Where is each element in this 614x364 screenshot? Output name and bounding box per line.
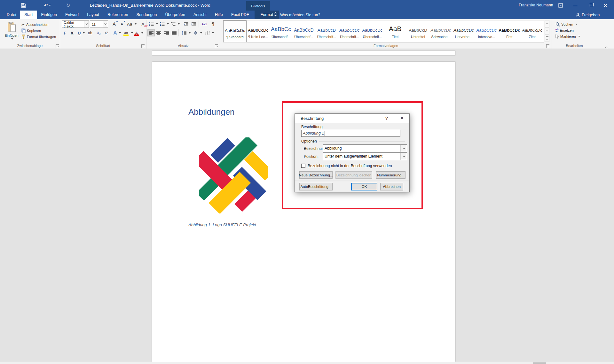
- cancel-button[interactable]: Abbrechen: [380, 183, 403, 190]
- tab-ansicht[interactable]: Ansicht: [189, 11, 211, 19]
- pilcrow-button[interactable]: ¶: [210, 20, 215, 27]
- redo-button[interactable]: ↻: [63, 0, 73, 11]
- save-button[interactable]: [19, 0, 28, 11]
- restore-button[interactable]: [585, 0, 596, 11]
- change-case-button[interactable]: Aa: [126, 20, 138, 27]
- ribbon-display-options-button[interactable]: [555, 0, 566, 11]
- borders-button[interactable]: [204, 29, 215, 36]
- text-effects-button[interactable]: A: [113, 29, 122, 36]
- grow-font-button[interactable]: A: [110, 20, 118, 27]
- style-item-Überschrif...[interactable]: AaBbCcDcÜberschrif...: [361, 20, 384, 42]
- style-item-Schwache...[interactable]: AaBbCcDcSchwache...: [429, 20, 452, 42]
- paste-button[interactable]: Einfügen: [3, 20, 20, 44]
- tab-foxit-pdf[interactable]: Foxit PDF: [227, 11, 253, 19]
- tab-referenzen[interactable]: Referenzen: [103, 11, 132, 19]
- style-item-Überschrif...[interactable]: AaBbCcDcÜberschrif...: [338, 20, 361, 42]
- italic-button[interactable]: K: [70, 29, 75, 36]
- numbering-button[interactable]: Nummerierung...: [376, 171, 405, 179]
- bold-button[interactable]: F: [63, 29, 67, 36]
- undo-button[interactable]: ↶: [41, 0, 54, 11]
- style-item-Fett[interactable]: AaBbCcDcFett: [498, 20, 521, 42]
- font-color-button[interactable]: A: [133, 29, 144, 36]
- styles-more-button[interactable]: [545, 35, 549, 42]
- lightbulb-icon: [273, 12, 278, 18]
- style-name: Überschrif...: [270, 35, 292, 39]
- dialog-title-bar[interactable]: Beschriftung: [295, 114, 409, 123]
- select-button[interactable]: Markieren: [555, 33, 581, 40]
- styles-scroll-down-button[interactable]: [545, 27, 549, 35]
- text-highlight-button[interactable]: ab: [122, 29, 134, 36]
- superscript-button[interactable]: X²: [104, 29, 109, 36]
- align-left-button[interactable]: [147, 29, 155, 36]
- paragraph-dialog-launcher[interactable]: [215, 44, 218, 48]
- restore-icon: [589, 4, 592, 7]
- tab-einfuegen[interactable]: Einfügen: [37, 11, 61, 19]
- align-center-button[interactable]: [155, 29, 162, 36]
- style-item-Titel[interactable]: AaBTitel: [384, 20, 406, 42]
- dialog-close-button[interactable]: ×: [397, 114, 407, 123]
- share-button[interactable]: Freigeben: [576, 11, 600, 19]
- exclude-label-checkbox[interactable]: [301, 164, 305, 168]
- document-heading: Abbildungen: [188, 107, 235, 117]
- increase-indent-button[interactable]: [190, 20, 197, 27]
- position-combo[interactable]: Unter dem ausgewählten Element: [323, 152, 407, 160]
- shading-button[interactable]: [192, 29, 203, 36]
- autocaption-button[interactable]: AutoBeschriftung...: [299, 183, 333, 190]
- style-item-Überschrif...[interactable]: AaBbCcDÜberschrif...: [292, 20, 315, 42]
- strikethrough-icon: ab: [88, 31, 92, 35]
- account-name[interactable]: Franziska Neumann: [519, 0, 553, 11]
- document-image-shuffle-logo[interactable]: [199, 137, 268, 213]
- ok-button[interactable]: OK: [351, 183, 377, 190]
- dialog-help-button[interactable]: ?: [381, 114, 392, 123]
- clear-formatting-button[interactable]: A: [139, 20, 147, 27]
- tab-start[interactable]: Start: [20, 11, 37, 19]
- font-family-combo[interactable]: Calibri (Textk: [62, 20, 89, 28]
- justify-button[interactable]: [171, 29, 177, 36]
- style-preview: AaBbCcDc: [338, 23, 361, 33]
- scrollbar-thumb[interactable]: [533, 362, 546, 364]
- paragraph-group-label: Absatz: [146, 44, 220, 48]
- subscript-button[interactable]: X₂: [96, 29, 102, 36]
- multilevel-list-button[interactable]: [170, 20, 181, 27]
- strikethrough-button[interactable]: ab: [87, 29, 93, 36]
- styles-dialog-launcher[interactable]: [546, 44, 549, 48]
- numbering-button[interactable]: [159, 20, 170, 27]
- tab-sendungen[interactable]: Sendungen: [132, 11, 161, 19]
- minimize-button[interactable]: —: [570, 0, 581, 11]
- shading-caret: [200, 32, 202, 34]
- align-right-button[interactable]: [163, 29, 170, 36]
- style-item-Hervorhe...[interactable]: AaBbCcDcHervorhe...: [452, 20, 475, 42]
- close-button[interactable]: ×: [600, 0, 611, 11]
- format-painter-button[interactable]: Format übertragen: [20, 33, 57, 40]
- bullets-button[interactable]: [148, 20, 159, 27]
- style-item-Überschrif...[interactable]: AaBbCcÜberschrif...: [270, 20, 292, 42]
- tab-hilfe[interactable]: Hilfe: [211, 11, 227, 19]
- style-item-Überschrif...[interactable]: AaBbCcDÜberschrif...: [315, 20, 338, 42]
- sort-button[interactable]: AZ↓: [201, 20, 208, 27]
- style-name: Überschrif...: [338, 35, 361, 39]
- underline-button[interactable]: U: [77, 29, 86, 36]
- label-combo[interactable]: Abbildung: [323, 144, 407, 152]
- shrink-font-button[interactable]: A: [118, 20, 126, 27]
- style-item-Intensive...[interactable]: AaBbCcDcIntensive...: [475, 20, 498, 42]
- borders-caret: [212, 32, 214, 34]
- tab-datei[interactable]: Datei: [3, 11, 20, 19]
- tab-ueberpruefen[interactable]: Überprüfen: [161, 11, 189, 19]
- decrease-indent-button[interactable]: [183, 20, 190, 27]
- horizontal-scrollbar[interactable]: [0, 362, 614, 364]
- style-item-Untertitel[interactable]: AaBbCcDUntertitel: [406, 20, 429, 42]
- tab-layout[interactable]: Layout: [83, 11, 103, 19]
- style-item-¶ Kein Lee...[interactable]: AaBbCcDc¶ Kein Lee...: [247, 20, 269, 42]
- select-label: Markieren: [560, 35, 576, 38]
- increase-indent-icon: [191, 22, 196, 26]
- font-size-combo[interactable]: 11: [90, 20, 108, 28]
- style-item-Zitat[interactable]: AaBbCcDcZitat: [521, 20, 543, 42]
- clipboard-dialog-launcher[interactable]: [56, 44, 59, 48]
- tab-entwurf[interactable]: Entwurf: [61, 11, 83, 19]
- new-label-button[interactable]: Neue Bezeichnung...: [299, 171, 333, 179]
- tell-me-box[interactable]: Was möchten Sie tun?: [273, 11, 320, 19]
- style-item-¶ Standard[interactable]: AaBbCcDc¶ Standard: [223, 20, 247, 42]
- caption-input[interactable]: Abbildung 1: [301, 130, 400, 137]
- font-dialog-launcher[interactable]: [141, 44, 145, 48]
- styles-scroll-up-button[interactable]: [545, 20, 549, 27]
